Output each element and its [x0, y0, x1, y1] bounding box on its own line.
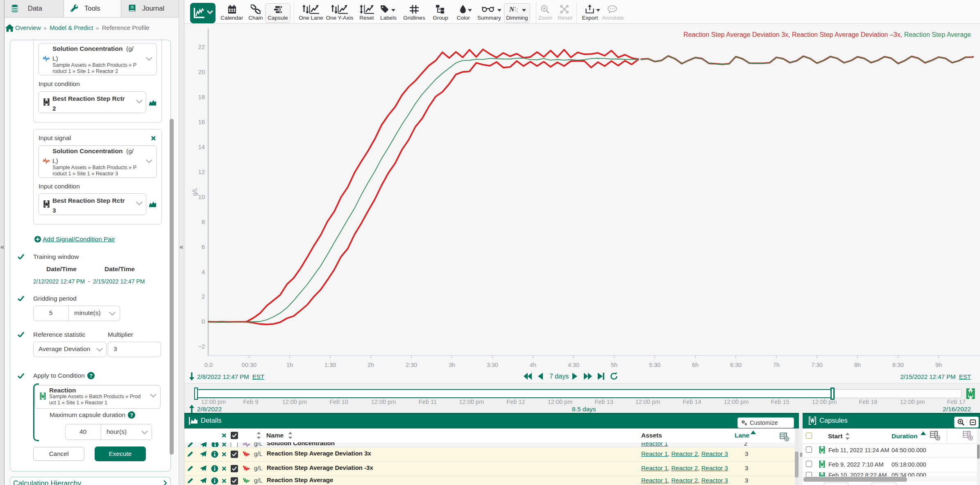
- svg-text:7:30: 7:30: [811, 362, 823, 368]
- svg-text:3:30: 3:30: [487, 362, 498, 368]
- svg-text:6:30: 6:30: [730, 362, 742, 368]
- svg-text:8: 8: [202, 219, 205, 225]
- svg-text:?: ?: [89, 373, 93, 379]
- svg-text:6h: 6h: [692, 362, 699, 368]
- svg-text:−2: −2: [198, 343, 205, 350]
- svg-text:8:30: 8:30: [892, 362, 904, 368]
- svg-text:9h: 9h: [935, 362, 942, 368]
- svg-text:0.0: 0.0: [204, 362, 213, 368]
- svg-text:10: 10: [198, 194, 205, 200]
- svg-text:12: 12: [198, 169, 205, 175]
- svg-text:1h: 1h: [286, 362, 293, 368]
- svg-text:5:30: 5:30: [649, 362, 660, 368]
- svg-text:4h: 4h: [530, 362, 536, 368]
- svg-text:4:30: 4:30: [568, 362, 579, 368]
- svg-text:20: 20: [198, 69, 205, 75]
- svg-text:5h: 5h: [611, 362, 617, 368]
- svg-text:7h: 7h: [773, 362, 780, 368]
- svg-text:0: 0: [202, 318, 205, 325]
- svg-text:8h: 8h: [854, 362, 861, 368]
- svg-text:4: 4: [202, 269, 205, 275]
- svg-text:2:30: 2:30: [406, 362, 417, 368]
- svg-text:1:30: 1:30: [324, 362, 336, 368]
- svg-text:3h: 3h: [449, 362, 455, 368]
- svg-text:6: 6: [202, 244, 205, 250]
- svg-text:22: 22: [198, 44, 205, 50]
- svg-text:00:30: 00:30: [242, 362, 256, 368]
- svg-text:?: ?: [130, 412, 133, 418]
- svg-text:N: N: [509, 5, 515, 13]
- svg-text:2: 2: [202, 293, 205, 300]
- svg-text:16: 16: [198, 119, 205, 125]
- svg-text:18: 18: [198, 94, 205, 100]
- svg-text:2h: 2h: [368, 362, 374, 368]
- svg-text:14: 14: [198, 144, 205, 150]
